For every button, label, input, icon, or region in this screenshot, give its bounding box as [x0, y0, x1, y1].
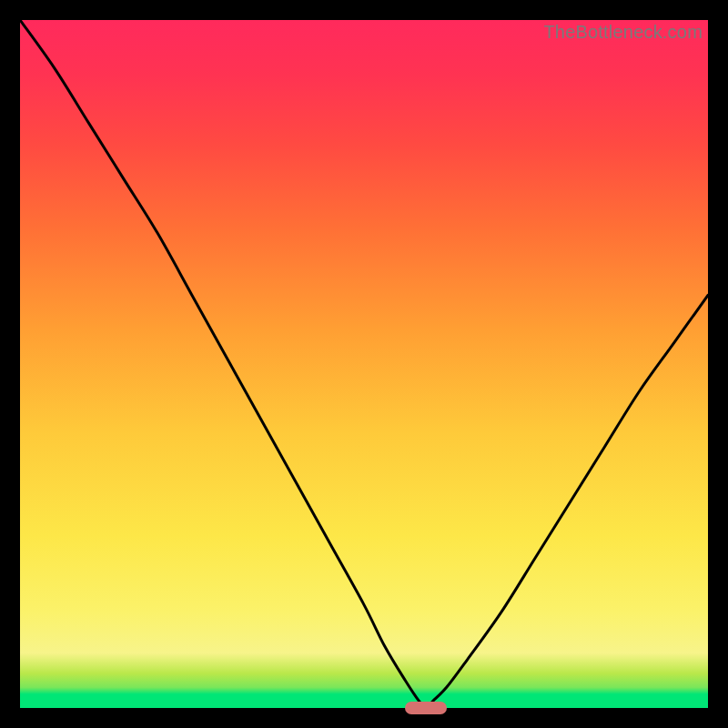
bottleneck-curve: [20, 20, 708, 708]
curve-path: [20, 20, 708, 708]
chart-plot-area: TheBottleneck.com: [20, 20, 708, 708]
optimal-point-marker: [405, 702, 446, 714]
chart-frame: TheBottleneck.com: [0, 0, 728, 728]
